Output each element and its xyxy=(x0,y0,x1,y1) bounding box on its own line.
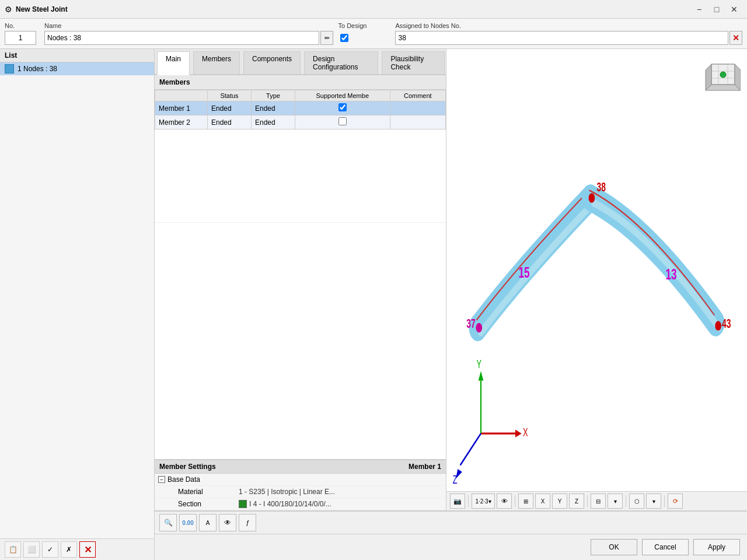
view-layers-btn[interactable]: ⊟ xyxy=(591,494,606,509)
table-row[interactable]: Member 2 Ended Ended xyxy=(155,116,446,130)
assigned-input-wrap: ✕ xyxy=(395,31,742,45)
titlebar-controls: − □ ✕ xyxy=(691,1,742,18)
text-btn[interactable]: A xyxy=(199,514,217,531)
material-value: 1 - S235 | Isotropic | Linear E... xyxy=(239,488,335,496)
header-area: No. Name ✏ To Design Assigned to Nodes N… xyxy=(0,19,747,49)
section-value-wrap: I 4 - I 400/180/10/14/0/0/... xyxy=(239,500,442,508)
svg-text:37: 37 xyxy=(466,317,476,331)
assigned-input[interactable] xyxy=(395,31,728,45)
right-panel: Main Members Components Design Configura… xyxy=(155,49,747,560)
view-y-btn[interactable]: Y xyxy=(552,494,567,509)
middle-section: Main Members Components Design Configura… xyxy=(155,49,747,510)
member-supported-2 xyxy=(295,116,390,130)
list-item[interactable]: 1 Nodes : 38 xyxy=(0,62,154,75)
base-data-label: Base Data xyxy=(167,475,226,484)
view-screenshot-btn[interactable]: 📷 xyxy=(450,494,465,509)
view-render-btn[interactable]: 👁 xyxy=(497,494,512,509)
func-btn[interactable]: ƒ xyxy=(239,514,256,531)
svg-text:43: 43 xyxy=(722,317,731,331)
supported-checkbox-2[interactable] xyxy=(338,117,347,125)
svg-text:Z: Z xyxy=(453,473,458,487)
material-item[interactable]: Material 1 - S235 | Isotropic | Linear E… xyxy=(155,486,446,498)
separator-4 xyxy=(626,495,626,507)
minimize-button[interactable]: − xyxy=(691,1,707,18)
col-header-supported: Supported Membe xyxy=(295,90,390,102)
no-label: No. xyxy=(5,22,40,29)
maximize-button[interactable]: □ xyxy=(708,1,725,18)
name-input[interactable] xyxy=(44,31,319,45)
tab-plausibility[interactable]: Plausibility Check xyxy=(382,51,445,74)
view-perspective-btn[interactable]: ⬡ xyxy=(629,494,644,509)
copy-button[interactable]: ⬜ xyxy=(23,541,40,558)
view-z-btn[interactable]: Z xyxy=(569,494,584,509)
list-toolbar: 📋 ⬜ ✓ ✗ ✕ xyxy=(0,538,154,560)
add-button[interactable]: 📋 xyxy=(5,541,21,558)
members-section-header: Members xyxy=(155,75,446,90)
svg-text:13: 13 xyxy=(666,266,677,284)
svg-point-13 xyxy=(589,193,595,202)
base-data-item[interactable]: − Base Data xyxy=(155,474,446,486)
action-bar: OK Cancel Apply xyxy=(155,534,747,560)
supported-checkbox-1[interactable] xyxy=(338,103,347,111)
tab-members[interactable]: Members xyxy=(193,51,240,74)
to-design-checkbox[interactable] xyxy=(340,34,348,42)
view-numbering-btn[interactable]: 1·2·3▾ xyxy=(472,494,495,509)
separator-5 xyxy=(664,495,665,507)
to-design-field: To Design xyxy=(338,22,390,45)
view-numbering-group: 1·2·3▾ xyxy=(472,494,495,509)
view-layers2-btn[interactable]: ▾ xyxy=(608,494,623,509)
svg-point-12 xyxy=(476,323,482,332)
view-3d-canvas[interactable]: 37 38 43 15 13 X xyxy=(446,49,747,491)
col-header-status: Status xyxy=(208,90,252,102)
view-all-btn[interactable]: ⊞ xyxy=(518,494,533,509)
view-reset-btn[interactable]: ⟳ xyxy=(668,494,683,509)
members-table: Status Type Supported Membe Comment Memb… xyxy=(155,90,446,130)
no-input[interactable] xyxy=(5,31,36,45)
cancel-button[interactable]: Cancel xyxy=(642,539,689,555)
check-button[interactable]: ✓ xyxy=(42,541,58,558)
app-icon: ⚙ xyxy=(5,5,12,14)
titlebar-title: New Steel Joint xyxy=(16,5,68,13)
section-value: I 4 - I 400/180/10/14/0/0/... xyxy=(249,500,331,508)
close-button[interactable]: ✕ xyxy=(726,1,742,18)
tab-main[interactable]: Main xyxy=(157,51,190,75)
col-header-type: Type xyxy=(251,90,295,102)
col-header-comment: Comment xyxy=(390,90,445,102)
assigned-clear-button[interactable]: ✕ xyxy=(729,31,742,45)
cube-navigator xyxy=(703,58,738,93)
view-mode-btn[interactable]: ▾ xyxy=(646,494,661,509)
uncheck-button[interactable]: ✗ xyxy=(61,541,77,558)
expand-icon[interactable]: − xyxy=(158,476,165,483)
view2-btn[interactable]: 👁 xyxy=(219,514,236,531)
name-edit-button[interactable]: ✏ xyxy=(320,31,333,45)
list-content: 1 Nodes : 38 xyxy=(0,62,154,538)
delete-button[interactable]: ✕ xyxy=(79,541,96,558)
col-header-empty xyxy=(155,90,208,102)
titlebar-left: ⚙ New Steel Joint xyxy=(5,5,68,14)
search-btn[interactable]: 🔍 xyxy=(159,514,177,531)
content-area: List 1 Nodes : 38 📋 ⬜ ✓ ✗ ✕ xyxy=(0,49,747,560)
separator-1 xyxy=(468,495,469,507)
section-item[interactable]: Section I 4 - I 400/180/10/14/0/0/... xyxy=(155,498,446,510)
apply-button[interactable]: Apply xyxy=(693,539,740,555)
member-type-1: Ended xyxy=(251,102,295,116)
member-name-1: Member 1 xyxy=(155,102,208,116)
svg-text:Y: Y xyxy=(477,358,482,371)
bottom-toolbar: 🔍 0.00 A 👁 ƒ xyxy=(155,510,747,534)
view-3d: 37 38 43 15 13 X xyxy=(446,49,747,510)
tab-design-configs[interactable]: Design Configurations xyxy=(304,51,378,74)
section-label: Section xyxy=(178,500,236,508)
member-type-2: Ended xyxy=(251,116,295,130)
number-btn[interactable]: 0.00 xyxy=(179,514,197,531)
member-status-1: Ended xyxy=(208,102,252,116)
tab-content: Members Status Type Supported Membe xyxy=(155,75,446,459)
view-toolbar: 📷 1·2·3▾ 👁 ⊞ X Y Z ⊟ ▾ xyxy=(446,491,747,510)
svg-point-6 xyxy=(720,72,726,78)
name-label: Name xyxy=(44,22,333,29)
ok-button[interactable]: OK xyxy=(591,539,637,555)
svg-point-14 xyxy=(715,321,721,330)
member-comment-1 xyxy=(390,102,445,116)
tab-components[interactable]: Components xyxy=(243,51,301,74)
table-row[interactable]: Member 1 Ended Ended xyxy=(155,102,446,116)
view-x-btn[interactable]: X xyxy=(535,494,550,509)
